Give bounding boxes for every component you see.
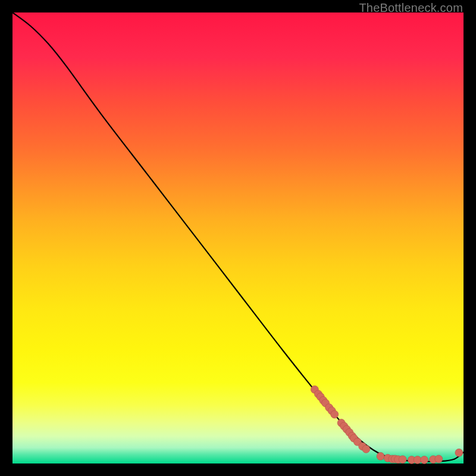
data-point: [455, 449, 463, 456]
data-point: [435, 455, 443, 463]
data-point: [421, 456, 428, 464]
chart-overlay: [12, 12, 464, 464]
curve-data-points: [311, 386, 463, 464]
data-point: [331, 411, 339, 418]
data-point: [377, 452, 384, 460]
watermark-text: TheBottleneck.com: [359, 1, 463, 15]
data-point: [399, 456, 406, 464]
chart-stage: TheBottleneck.com: [0, 0, 476, 476]
bottleneck-curve: [12, 12, 464, 462]
data-point: [362, 445, 370, 453]
data-point: [414, 456, 421, 464]
